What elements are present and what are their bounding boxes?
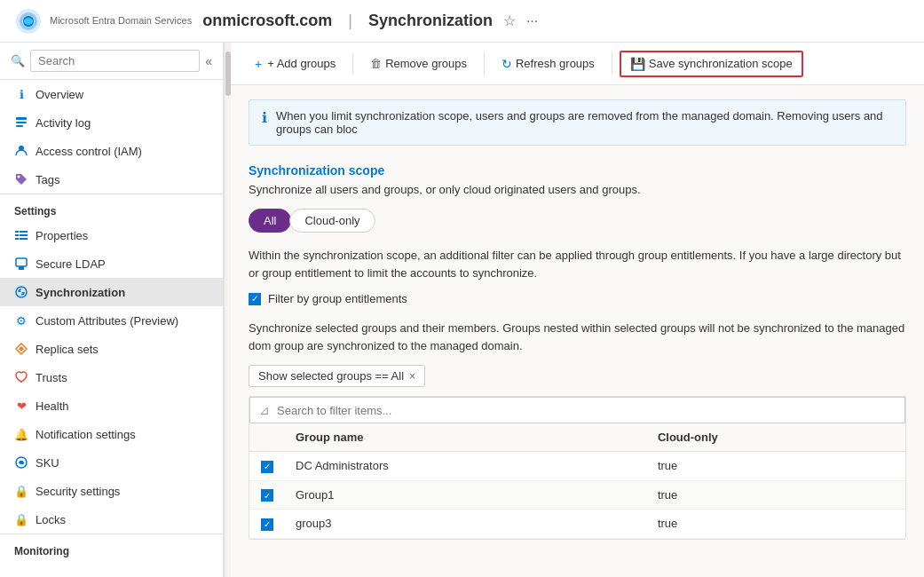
sidebar-wrapper: 🔍 « ℹ Overview Activity log [0, 43, 231, 577]
title-separator: | [348, 12, 352, 30]
refresh-groups-button[interactable]: ↻ Refresh groups [492, 51, 604, 76]
refresh-icon: ↻ [501, 57, 512, 71]
sidebar-item-health[interactable]: ❤ Health [0, 391, 223, 420]
groups-table: Group name Cloud-only ✓ DC Administrator… [249, 423, 905, 539]
sidebar-item-access-control[interactable]: Access control (IAM) [0, 137, 223, 165]
sidebar-scrollbar[interactable] [224, 43, 231, 577]
refresh-groups-label: Refresh groups [516, 57, 595, 70]
row-checkbox[interactable]: ✓ [261, 461, 273, 473]
sync-toggle-group: All Cloud-only [249, 209, 906, 233]
sidebar-label-overview: Overview [36, 88, 83, 101]
filter-checkbox-row: Filter by group entitlements [249, 292, 906, 305]
search-input[interactable] [30, 50, 200, 72]
sidebar: 🔍 « ℹ Overview Activity log [0, 43, 224, 577]
row-cloud-only: true [647, 510, 905, 539]
activity-log-icon [14, 115, 28, 130]
table-search-bar: ⊿ [249, 397, 905, 423]
locks-icon: 🔒 [14, 512, 28, 526]
sku-icon [14, 455, 28, 470]
sidebar-label-secure-ldap: Secure LDAP [36, 257, 106, 271]
sidebar-label-health: Health [36, 399, 69, 413]
sidebar-item-locks[interactable]: 🔒 Locks [0, 505, 223, 534]
add-groups-label: + Add groups [267, 57, 336, 70]
svg-rect-3 [16, 117, 27, 120]
toggle-all-button[interactable]: All [249, 209, 291, 233]
sidebar-item-security-settings[interactable]: 🔒 Security settings [0, 477, 223, 505]
svg-marker-20 [19, 346, 24, 352]
row-checkbox[interactable]: ✓ [261, 489, 273, 502]
settings-section-label: Settings [0, 194, 223, 221]
sidebar-search-area: 🔍 « [0, 43, 223, 80]
sidebar-label-sku: SKU [36, 456, 59, 470]
sidebar-label-access-control: Access control (IAM) [36, 145, 142, 158]
col-checkbox-header [249, 423, 285, 452]
page-domain: onmicrosoft.com [202, 12, 332, 30]
page-section-title: Synchronization [368, 12, 493, 30]
sidebar-label-security-settings: Security settings [36, 485, 120, 498]
sidebar-label-activity-log: Activity log [36, 116, 91, 130]
toggle-cloud-button[interactable]: Cloud-only [289, 209, 375, 233]
sidebar-item-trusts[interactable]: Trusts [0, 363, 223, 391]
tags-icon [14, 172, 28, 186]
row-checkbox[interactable]: ✓ [261, 518, 273, 531]
add-groups-button[interactable]: + + Add groups [245, 51, 345, 76]
svg-point-7 [18, 176, 20, 178]
filter-tag-close[interactable]: × [409, 370, 415, 383]
collapse-button[interactable]: « [205, 54, 212, 68]
row-checkbox-cell: ✓ [249, 480, 285, 510]
sidebar-label-properties: Properties [36, 229, 88, 242]
sidebar-item-activity-log[interactable]: Activity log [0, 108, 223, 137]
save-scope-label: Save synchronization scope [649, 57, 793, 70]
sidebar-item-sku[interactable]: SKU [0, 448, 223, 477]
toolbar-separator-2 [484, 53, 485, 75]
row-cloud-only: true [647, 452, 905, 481]
notification-icon: 🔔 [14, 427, 28, 441]
filter-checkbox[interactable] [249, 293, 261, 305]
sidebar-item-tags[interactable]: Tags [0, 165, 223, 194]
sidebar-label-trusts: Trusts [36, 371, 67, 384]
filter-tag-text: Show selected groups == All [258, 369, 404, 383]
secure-ldap-icon [14, 257, 28, 271]
scope-description: Within the synchronization scope, an add… [249, 247, 906, 281]
svg-rect-10 [15, 238, 19, 240]
save-scope-button[interactable]: 💾 Save synchronization scope [620, 51, 803, 77]
scroll-thumb [225, 51, 231, 96]
security-icon: 🔒 [14, 484, 28, 498]
sidebar-item-synchronization[interactable]: Synchronization [0, 278, 223, 306]
sidebar-item-overview[interactable]: ℹ Overview [0, 80, 223, 108]
info-banner: ℹ When you limit synchronization scope, … [249, 99, 906, 146]
table-row: ✓ Group1 true [249, 480, 905, 510]
remove-icon: 🗑 [370, 57, 382, 70]
more-options-icon[interactable]: ··· [526, 13, 538, 29]
toolbar: + + Add groups 🗑 Remove groups ↻ Refresh… [231, 43, 924, 85]
sidebar-item-properties[interactable]: Properties [0, 221, 223, 249]
favorite-icon[interactable]: ☆ [503, 12, 516, 29]
col-cloud-only-header: Cloud-only [647, 423, 905, 452]
sidebar-item-custom-attributes[interactable]: ⚙ Custom Attributes (Preview) [0, 306, 223, 335]
sidebar-nav: ℹ Overview Activity log Access control (… [0, 80, 223, 577]
synchronization-icon [14, 285, 28, 299]
table-row: ✓ group3 true [249, 510, 905, 539]
svg-rect-8 [15, 231, 19, 233]
sidebar-label-tags: Tags [36, 173, 59, 186]
section-description: Synchronize all users and groups, or onl… [249, 183, 906, 196]
row-cloud-only: true [647, 480, 905, 510]
section-title: Synchronization scope [249, 163, 906, 178]
filter-tag: Show selected groups == All × [249, 365, 425, 387]
sidebar-item-replica-sets[interactable]: Replica sets [0, 335, 223, 363]
sidebar-label-replica-sets: Replica sets [36, 343, 99, 356]
access-control-icon [14, 144, 28, 158]
remove-groups-button[interactable]: 🗑 Remove groups [360, 51, 477, 75]
table-row: ✓ DC Administrators true [249, 452, 905, 481]
svg-rect-11 [20, 231, 28, 233]
sidebar-item-notification-settings[interactable]: 🔔 Notification settings [0, 420, 223, 448]
content-area: + + Add groups 🗑 Remove groups ↻ Refresh… [231, 43, 924, 577]
row-checkbox-cell: ✓ [249, 510, 285, 539]
svg-rect-14 [16, 258, 27, 266]
sidebar-item-secure-ldap[interactable]: Secure LDAP [0, 249, 223, 278]
main-layout: 🔍 « ℹ Overview Activity log [0, 43, 924, 577]
info-icon: ℹ [262, 109, 267, 126]
logo-text: Microsoft Entra Domain Services [50, 15, 192, 27]
table-search-input[interactable] [277, 404, 454, 417]
row-group-name: DC Administrators [285, 452, 647, 481]
